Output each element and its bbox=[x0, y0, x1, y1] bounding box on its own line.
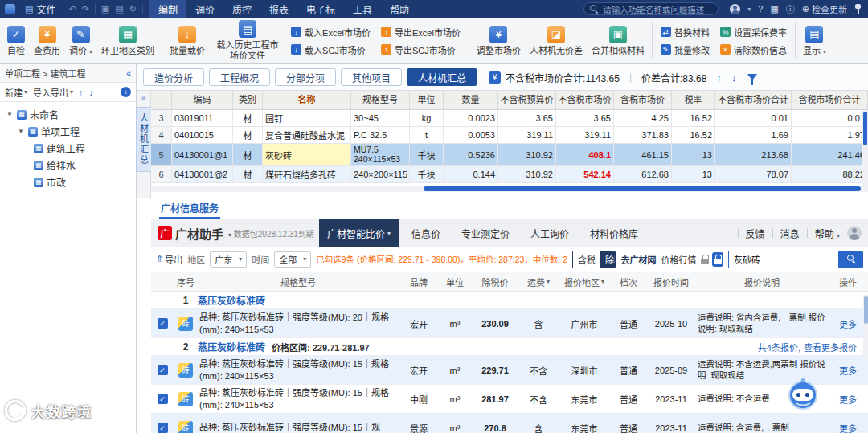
display-button[interactable]: ▤ 显示 ▾ bbox=[799, 20, 830, 61]
header-budget-price[interactable]: 不含税预算价 bbox=[498, 91, 556, 109]
export-button[interactable]: ⇑ 导出 bbox=[156, 253, 182, 266]
lookup-ellipsis-button[interactable]: ... bbox=[342, 150, 348, 159]
more-actions-link[interactable]: 更多 bbox=[839, 364, 857, 377]
material-group-link[interactable]: 蒸压灰砂标准砖 bbox=[198, 340, 265, 353]
self-check-button[interactable]: ✓ 自检 bbox=[3, 20, 29, 61]
vertical-tab-summary[interactable]: 人材机汇总 bbox=[136, 107, 152, 172]
export-scj-price-button[interactable]: ↑ 导出SCJ市场价 bbox=[381, 43, 461, 56]
header-quote-time[interactable]: 报价时间 bbox=[646, 276, 696, 288]
header-rownum[interactable] bbox=[151, 91, 172, 109]
region-category-button[interactable]: ▦ 环卫地区类别 bbox=[97, 20, 158, 61]
header-code[interactable]: 编码 bbox=[172, 91, 233, 109]
import-export-button[interactable]: 导入导出▾ bbox=[33, 86, 73, 99]
quote-row[interactable]: ✓ 砖 品种: 蒸压灰砂标准砖｜强度等级(MU): 15｜规格(mm): 240… bbox=[151, 385, 868, 414]
quote-row[interactable]: ✓ 砖 品种: 蒸压灰砂标准砖｜强度等级(MU): 15｜规格(mm): 240… bbox=[151, 356, 868, 385]
quote-count-link[interactable]: 共4条报价, bbox=[758, 341, 800, 353]
load-excel-price-button[interactable]: ↓ 载入Excel市场价 bbox=[291, 26, 371, 39]
batch-load-price-button[interactable]: ↓ 批量载价 bbox=[166, 20, 209, 61]
pin-icon[interactable] bbox=[854, 4, 862, 14]
tab-other-items[interactable]: 其他项目 bbox=[341, 68, 402, 86]
vertical-scrollbar[interactable] bbox=[862, 110, 868, 186]
move-up-icon[interactable]: ↑ bbox=[79, 88, 84, 97]
material-group-link[interactable]: 蒸压灰砂标准砖 bbox=[198, 293, 265, 307]
tab-sub-items[interactable]: 分部分项 bbox=[275, 68, 336, 86]
feedback-link[interactable]: 反馈 bbox=[746, 227, 765, 240]
header-market-price[interactable]: 不含税市场价 bbox=[556, 91, 614, 109]
redo-icon[interactable]: ↷ bbox=[82, 4, 89, 14]
header-grade[interactable]: 档次 bbox=[611, 276, 646, 288]
info-icon[interactable]: ⓘ bbox=[786, 2, 795, 15]
header-brand[interactable]: 品牌 bbox=[399, 276, 439, 288]
header-category[interactable]: 类别 bbox=[233, 91, 263, 109]
load-history-price-button[interactable]: ▤ 载入历史工程市场价文件 bbox=[210, 20, 285, 61]
tax-included-option[interactable]: 含税 bbox=[573, 251, 600, 268]
checkbox-checked[interactable]: ✓ bbox=[158, 318, 168, 329]
expander-icon[interactable]: ▼ bbox=[6, 111, 14, 118]
menu-tab-report[interactable]: 报表 bbox=[260, 0, 297, 18]
table-row[interactable]: 6 04130001@2 材 煤矸石烧结多孔砖 240×200×115 千块 0… bbox=[151, 166, 868, 183]
horizontal-scrollbar[interactable] bbox=[151, 186, 868, 192]
tab-cost-analysis[interactable]: 造价分析 bbox=[143, 68, 204, 86]
header-unit[interactable]: 单位 bbox=[410, 91, 444, 109]
locked-badge-icon[interactable] bbox=[712, 252, 723, 267]
adjust-market-price-button[interactable]: ¥ 调整市场价 bbox=[473, 20, 525, 61]
help-link[interactable]: 帮助 ▾ bbox=[815, 227, 840, 240]
file-menu[interactable]: ▤ 文件 bbox=[18, 0, 62, 18]
header-quote-region[interactable]: 报价地区▾ bbox=[558, 276, 611, 288]
header-unit[interactable]: 单位 bbox=[439, 276, 471, 288]
checkbox-checked[interactable]: ✓ bbox=[158, 423, 168, 433]
tax-excluded-option[interactable]: 除税 bbox=[600, 251, 616, 268]
scrollbar-thumb[interactable] bbox=[863, 112, 867, 145]
tax-toggle[interactable]: 含税 除税 bbox=[572, 251, 616, 268]
assistant-user-avatar[interactable] bbox=[847, 226, 862, 240]
menu-tab-compile[interactable]: 编制 bbox=[149, 0, 186, 18]
header-spec[interactable]: 规格型号 bbox=[351, 91, 410, 109]
quote-row[interactable]: ✓ 砖 品种: 蒸压灰砂标准砖｜强度等级(MU): 15｜规 景源 m³ 270… bbox=[151, 414, 868, 433]
tab-project-overview[interactable]: 工程概况 bbox=[209, 68, 270, 86]
user-avatar[interactable] bbox=[730, 4, 740, 14]
goto-gc-site-button[interactable]: 去广材网 bbox=[620, 253, 656, 266]
filter-icon[interactable] bbox=[747, 74, 757, 80]
tab-gc-info-service[interactable]: 广材信息服务 bbox=[159, 198, 220, 219]
menu-tab-ebid[interactable]: 电子标 bbox=[297, 0, 344, 18]
load-scj-price-button[interactable]: ↓ 载入SCJ市场价 bbox=[291, 43, 371, 56]
copy-icon[interactable]: ▣ bbox=[101, 4, 109, 14]
view-more-quotes-link[interactable]: 查看更多报价 bbox=[804, 341, 857, 353]
region-select[interactable]: 广东▾ bbox=[210, 251, 247, 268]
fee-rate-button[interactable]: % 设置采保费率 bbox=[720, 26, 787, 39]
more-actions-link[interactable]: 更多 bbox=[839, 393, 857, 406]
header-seq[interactable]: 序号 bbox=[174, 276, 198, 288]
header-price-excl-tax[interactable]: 除税价 bbox=[471, 276, 519, 288]
panel-vertical-scrollbar[interactable] bbox=[863, 295, 868, 359]
expand-panel-icon[interactable]: » bbox=[141, 94, 145, 102]
help-circle-icon[interactable]: ? bbox=[758, 4, 763, 14]
user-dropdown-icon[interactable]: ▾ bbox=[747, 6, 751, 13]
checkbox-checked[interactable]: ✓ bbox=[158, 394, 168, 404]
tab-professional-price[interactable]: 专业测定价 bbox=[453, 219, 518, 247]
table-row[interactable]: 4 04010015 材 复合普通硅酸盐水泥 P.C 32.5 t 0.0053… bbox=[151, 127, 868, 144]
material-search-input[interactable] bbox=[728, 251, 839, 268]
tree-node-building[interactable]: ▦ 建筑工程 bbox=[0, 140, 136, 157]
header-spec-model[interactable]: 规格型号 bbox=[198, 276, 399, 288]
tab-labor-material-summary[interactable]: 人材机汇总 bbox=[407, 68, 477, 86]
table-row-selected[interactable]: 5 04130001@1 材 灰砂砖 ... MU7.5 240×115×53 … bbox=[151, 144, 868, 166]
search-button[interactable] bbox=[839, 251, 863, 268]
menu-tab-tools[interactable]: 工具 bbox=[344, 0, 381, 18]
header-actions[interactable]: 操作 bbox=[828, 276, 868, 288]
tree-node-municipal[interactable]: ▦ 市政 bbox=[0, 174, 136, 190]
tab-material-price-lib[interactable]: 材料价格库 bbox=[582, 219, 646, 247]
adjust-price-button[interactable]: ✎ 调价 ▾ bbox=[65, 20, 96, 61]
menu-tab-price-adjust[interactable]: 调价 bbox=[186, 0, 223, 18]
header-market-total[interactable]: 不含税市场价合计 bbox=[715, 91, 792, 109]
tab-info-price[interactable]: 信息价 bbox=[403, 219, 448, 247]
menu-tab-quality[interactable]: 质控 bbox=[223, 0, 260, 18]
check-update-button[interactable]: ⊕ 检查更新 bbox=[802, 2, 847, 15]
user-badge-icon[interactable]: ↓ bbox=[121, 87, 131, 97]
ai-assistant-robot-icon[interactable] bbox=[784, 376, 821, 413]
fee-check-button[interactable]: ¥ 查费用 bbox=[30, 20, 64, 61]
global-search-input[interactable]: 请输入功能名称或问题描述 bbox=[583, 2, 719, 15]
price-trend-button[interactable]: 价格行情 bbox=[661, 253, 696, 266]
new-button[interactable]: 新建▾ bbox=[5, 86, 27, 99]
undo-icon[interactable]: ↶ bbox=[68, 4, 76, 14]
paste-icon[interactable]: ▤ bbox=[115, 4, 123, 14]
